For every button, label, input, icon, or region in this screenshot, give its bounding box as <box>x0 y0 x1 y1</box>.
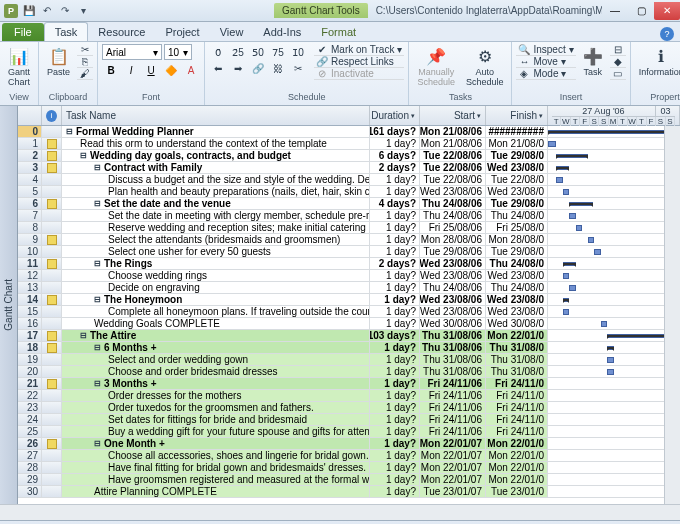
col-indicators[interactable]: i <box>42 106 62 125</box>
task-row[interactable]: 18⊟6 Months +1 day?Thu 31/08/06Thu 31/08… <box>18 342 680 354</box>
row-duration[interactable]: 1 day? <box>370 342 420 353</box>
task-bar[interactable] <box>548 141 556 147</box>
row-duration[interactable]: 1 day? <box>370 414 420 425</box>
mark-on-track-button[interactable]: ✔Mark on Track ▾ <box>314 44 404 56</box>
row-name[interactable]: Complete all honeymoon plans. If traveli… <box>62 306 370 317</box>
row-finish[interactable]: Tue 23/01/0 <box>486 486 548 497</box>
row-duration[interactable]: 161 days? <box>370 126 420 137</box>
task-bar[interactable] <box>594 249 601 255</box>
row-start[interactable]: Mon 22/01/07 <box>420 450 486 461</box>
task-row[interactable]: 29Have groomsmen registered and measured… <box>18 474 680 486</box>
row-name[interactable]: Have final fitting for bridal gown and b… <box>62 462 370 473</box>
row-id[interactable]: 26 <box>18 438 42 449</box>
row-duration[interactable]: 1 day? <box>370 426 420 437</box>
row-name[interactable]: Reserve wedding and reception sites; mak… <box>62 222 370 233</box>
row-name[interactable]: Discuss a budget and the size and style … <box>62 174 370 185</box>
row-name[interactable]: ⊟The Attire <box>62 330 370 341</box>
task-bar[interactable] <box>607 369 614 375</box>
row-duration[interactable]: 1 day? <box>370 474 420 485</box>
row-name[interactable]: ⊟6 Months + <box>62 342 370 353</box>
task-bar[interactable] <box>569 213 576 219</box>
row-finish[interactable]: Mon 21/08/0 <box>486 138 548 149</box>
task-row[interactable]: 26⊟One Month +1 day?Mon 22/01/07Mon 22/0… <box>18 438 680 450</box>
close-button[interactable]: ✕ <box>654 2 680 20</box>
auto-schedule-button[interactable]: ⚙ Auto Schedule <box>462 44 508 89</box>
gantt-chart-button[interactable]: 📊 Gantt Chart <box>4 44 34 89</box>
row-id[interactable]: 20 <box>18 366 42 377</box>
row-finish[interactable]: Mon 28/08/0 <box>486 234 548 245</box>
row-id[interactable]: 18 <box>18 342 42 353</box>
task-bar[interactable] <box>556 177 563 183</box>
row-name[interactable]: Order dresses for the mothers <box>62 390 370 401</box>
deliverable-button[interactable]: ▭ <box>610 68 626 80</box>
tab-resource[interactable]: Resource <box>88 23 155 41</box>
row-start[interactable]: Mon 22/01/07 <box>420 462 486 473</box>
row-start[interactable]: Thu 31/08/06 <box>420 330 486 341</box>
information-button[interactable]: ℹ Information <box>635 44 680 79</box>
row-finish[interactable]: Thu 31/08/0 <box>486 366 548 377</box>
row-duration[interactable]: 1 day? <box>370 210 420 221</box>
row-finish[interactable]: Wed 23/08/0 <box>486 270 548 281</box>
row-id[interactable]: 28 <box>18 462 42 473</box>
row-id[interactable]: 22 <box>18 390 42 401</box>
row-id[interactable]: 15 <box>18 306 42 317</box>
row-start[interactable]: Thu 31/08/06 <box>420 354 486 365</box>
row-duration[interactable]: 1 day? <box>370 234 420 245</box>
row-start[interactable]: Mon 21/08/06 <box>420 126 486 137</box>
task-row[interactable]: 21⊟3 Months +1 day?Fri 24/11/06Fri 24/11… <box>18 378 680 390</box>
row-start[interactable]: Tue 22/08/06 <box>420 162 486 173</box>
row-id[interactable]: 4 <box>18 174 42 185</box>
pct-100-button[interactable]: 1̄0 <box>289 44 307 60</box>
row-duration[interactable]: 1 day? <box>370 174 420 185</box>
col-timescale[interactable]: 27 Aug '0603 TWTFSSMTWTFSS <box>548 106 680 125</box>
row-name[interactable]: ⊟The Honeymoon <box>62 294 370 305</box>
task-row[interactable]: 13Decide on engraving1 day?Thu 24/08/06T… <box>18 282 680 294</box>
respect-links-button[interactable]: 🔗Respect Links <box>314 56 404 68</box>
task-row[interactable]: 11⊟The Rings2 days?Wed 23/08/06Thu 24/08… <box>18 258 680 270</box>
task-row[interactable]: 30Attire Planning COMPLETE1 day?Tue 23/0… <box>18 486 680 498</box>
row-name[interactable]: Read this orm to understand the context … <box>62 138 370 149</box>
summary-bar[interactable] <box>548 130 680 134</box>
horizontal-scrollbar[interactable] <box>0 504 680 520</box>
row-start[interactable]: Fri 24/11/06 <box>420 426 486 437</box>
task-bar[interactable] <box>569 285 576 291</box>
row-finish[interactable]: Tue 29/08/0 <box>486 246 548 257</box>
app-icon[interactable]: P <box>4 4 18 18</box>
row-id[interactable]: 29 <box>18 474 42 485</box>
row-duration[interactable]: 1 day? <box>370 378 420 389</box>
task-row[interactable]: 14⊟The Honeymoon1 day?Wed 23/08/06Wed 23… <box>18 294 680 306</box>
row-start[interactable]: Tue 22/08/06 <box>420 150 486 161</box>
row-finish[interactable]: Mon 22/01/0 <box>486 462 548 473</box>
font-color-button[interactable]: A <box>182 62 200 78</box>
row-id[interactable]: 19 <box>18 354 42 365</box>
task-row[interactable]: 5Plan health and beauty preparations (na… <box>18 186 680 198</box>
row-duration[interactable]: 1 day? <box>370 402 420 413</box>
task-row[interactable]: 12Choose wedding rings1 day?Wed 23/08/06… <box>18 270 680 282</box>
row-start[interactable]: Wed 23/08/06 <box>420 270 486 281</box>
underline-button[interactable]: U <box>142 62 160 78</box>
task-row[interactable]: 27Choose all accessories, shoes and ling… <box>18 450 680 462</box>
row-start[interactable]: Thu 24/08/06 <box>420 198 486 209</box>
col-start[interactable]: Start▾ <box>420 106 486 125</box>
row-id[interactable]: 7 <box>18 210 42 221</box>
task-row[interactable]: 2⊟Wedding day goals, contracts, and budg… <box>18 150 680 162</box>
row-duration[interactable]: 1 day? <box>370 222 420 233</box>
row-name[interactable]: ⊟One Month + <box>62 438 370 449</box>
task-row[interactable]: 3⊟Contract with Family2 days?Tue 22/08/0… <box>18 162 680 174</box>
row-finish[interactable]: Tue 22/08/0 <box>486 174 548 185</box>
row-duration[interactable]: 1 day? <box>370 318 420 329</box>
row-start[interactable]: Fri 24/11/06 <box>420 402 486 413</box>
row-finish[interactable]: Mon 22/01/0 <box>486 438 548 449</box>
tab-task[interactable]: Task <box>44 22 89 41</box>
paste-button[interactable]: 📋 Paste <box>43 44 74 79</box>
pct-50-button[interactable]: 5̄0 <box>249 44 267 60</box>
row-id[interactable]: 11 <box>18 258 42 269</box>
row-duration[interactable]: 1 day? <box>370 294 420 305</box>
row-name[interactable]: Set dates for fittings for bride and bri… <box>62 414 370 425</box>
row-duration[interactable]: 1 day? <box>370 450 420 461</box>
row-finish[interactable]: Thu 24/08/0 <box>486 282 548 293</box>
row-finish[interactable]: Thu 31/08/0 <box>486 342 548 353</box>
row-start[interactable]: Wed 23/08/06 <box>420 258 486 269</box>
task-row[interactable]: 28Have final fitting for bridal gown and… <box>18 462 680 474</box>
task-row[interactable]: 23Order tuxedos for the groomsmen and fa… <box>18 402 680 414</box>
